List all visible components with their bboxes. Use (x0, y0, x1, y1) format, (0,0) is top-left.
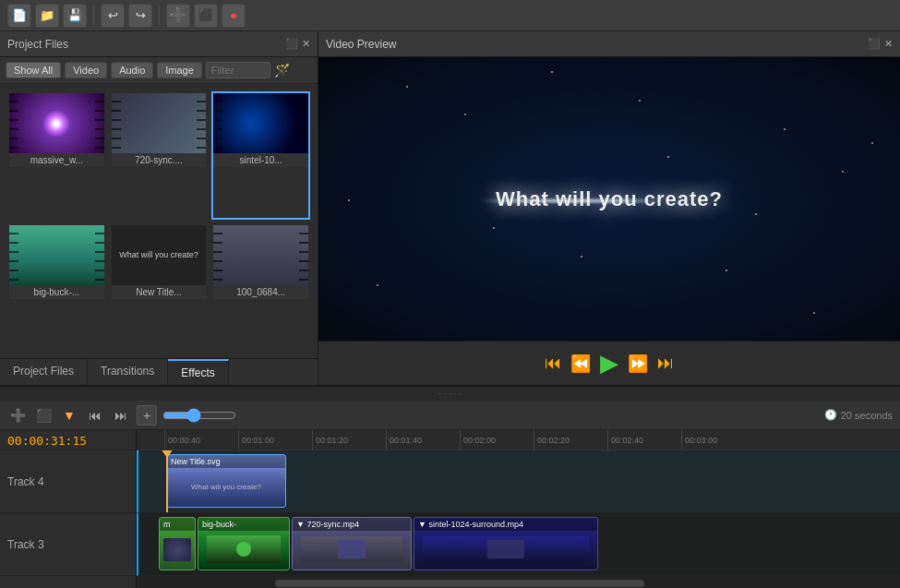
undo-button[interactable]: ↩ (101, 4, 125, 28)
close-preview-button[interactable]: ✕ (884, 38, 893, 50)
media-item-720sync[interactable]: 720-sync.... (110, 91, 209, 220)
clip-bigbuck[interactable]: big-buck- (198, 517, 290, 570)
ruler-mark-0300: 00:03:00 (681, 430, 755, 450)
clip-label-newtitle: New Title.svg (167, 455, 285, 468)
media-thumb-sintel (213, 93, 308, 153)
clip-m[interactable]: m (159, 517, 196, 570)
clip-720sync[interactable]: ▼ 720-sync.mp4 (292, 517, 412, 570)
save-button[interactable]: 💾 (63, 4, 87, 28)
filter-input[interactable] (206, 62, 270, 78)
bottom-tabs: Project Files Transitions Effects (0, 358, 318, 385)
add-track-button[interactable]: ➕ (7, 405, 28, 426)
play-button[interactable]: ▶ (600, 349, 618, 378)
track-content[interactable]: 00:00:40 00:01:00 00:01:20 00:01:40 00:0… (137, 430, 900, 588)
star (639, 100, 641, 102)
current-timecode: 00:00:31:15 (7, 434, 87, 448)
project-files-title: Project Files (7, 38, 68, 51)
clear-filter-button[interactable]: 🪄 (274, 63, 290, 78)
timeline-scrollbar-track (137, 576, 900, 588)
tab-transitions[interactable]: Transitions (88, 359, 168, 385)
ruler-mark-0120: 00:01:20 (312, 430, 386, 450)
media-thumb-720sync (112, 93, 207, 153)
ruler-offset (137, 430, 164, 450)
project-files-header: Project Files ⬛ ✕ (0, 31, 318, 57)
media-thumb-bigbuck (9, 225, 104, 285)
timeline-scrollbar-thumb[interactable] (275, 580, 644, 587)
star (348, 199, 350, 201)
close-panel-button[interactable]: ✕ (302, 38, 310, 50)
open-button[interactable]: 📁 (35, 4, 59, 28)
minimize-preview-button[interactable]: ⬛ (868, 38, 881, 50)
media-label-massive: massive_w... (9, 153, 104, 167)
clip-thumb-box-sintel (487, 540, 524, 558)
media-item-sintel[interactable]: sintel-10... (211, 91, 310, 220)
clip-thumb-box (338, 540, 366, 558)
star (581, 256, 582, 258)
media-label-720sync: 720-sync.... (112, 153, 207, 167)
media-item-massive[interactable]: massive_w... (7, 91, 106, 220)
media-thumb-100068 (213, 225, 308, 285)
image-filter-button[interactable]: Image (157, 62, 202, 78)
clip-visual-m (163, 538, 191, 561)
clock-icon: 🕐 (824, 409, 837, 421)
video-preview-text: What will you create? (496, 187, 723, 211)
track-4-row: New Title.svg What will you create? (137, 450, 900, 513)
timeline-skip-start-button[interactable]: ⏮ (85, 405, 105, 426)
ruler-mark-0040: 00:00:40 (164, 430, 238, 450)
star (406, 86, 408, 88)
audio-filter-button[interactable]: Audio (111, 62, 153, 78)
fast-forward-button[interactable]: ⏩ (628, 354, 648, 374)
timeline-ruler: 00:00:40 00:01:00 00:01:20 00:01:40 00:0… (137, 430, 900, 450)
clip-visual-bigbuck (207, 535, 281, 563)
media-item-100068[interactable]: 100_0684... (211, 223, 310, 352)
remove-track-button[interactable]: ⬛ (33, 405, 54, 426)
clip-newtitle[interactable]: New Title.svg What will you create? (166, 454, 286, 508)
timeline-resize-handle[interactable]: · · · · · (0, 387, 900, 401)
star (667, 156, 669, 158)
timeline-add-marker-button[interactable]: + (137, 405, 157, 426)
media-item-newtitle[interactable]: What will you create? New Title... (110, 223, 209, 352)
export-button[interactable]: ⬛ (194, 4, 218, 28)
video-filter-button[interactable]: Video (65, 62, 107, 78)
header-controls: ⬛ ✕ (285, 38, 310, 50)
star (551, 71, 553, 73)
tab-project-files[interactable]: Project Files (0, 359, 88, 385)
redo-button[interactable]: ↪ (128, 4, 152, 28)
star (726, 270, 727, 271)
star (464, 114, 466, 115)
clip-visual-720sync (301, 536, 402, 562)
ruler-mark-0220: 00:02:20 (534, 430, 607, 450)
tab-effects[interactable]: Effects (168, 359, 228, 385)
timeline-skip-end-button[interactable]: ⏭ (111, 405, 131, 426)
star (493, 227, 495, 229)
show-all-button[interactable]: Show All (6, 62, 61, 78)
skip-to-start-button[interactable]: ⏮ (545, 354, 561, 373)
skip-to-end-button[interactable]: ⏭ (657, 354, 674, 373)
toolbar: 📄 📁 💾 ↩ ↪ ➕ ⬛ ● (0, 0, 900, 31)
star (784, 128, 786, 130)
timeline-toolbar: ➕ ⬛ ▼ ⏮ ⏭ + 🕐 20 seconds (0, 401, 900, 430)
add-button[interactable]: ➕ (166, 4, 190, 28)
rewind-button[interactable]: ⏪ (570, 354, 591, 374)
star (755, 213, 757, 215)
record-button[interactable]: ● (222, 4, 246, 28)
zoom-slider[interactable] (162, 408, 236, 423)
timeline-area: · · · · · ➕ ⬛ ▼ ⏮ ⏭ + 🕐 20 seconds 00:00… (0, 385, 900, 588)
ruler-spacer: 00:00:31:15 (0, 430, 136, 450)
new-button[interactable]: 📄 (7, 4, 31, 28)
video-preview-area: What will you create? (318, 57, 900, 341)
minimize-panel-button[interactable]: ⬛ (285, 38, 298, 50)
media-item-bigbuck[interactable]: big-buck-... (7, 223, 106, 352)
clip-visual-sintel (423, 536, 589, 562)
ruler-mark-0240: 00:02:40 (607, 430, 681, 450)
video-preview-title: Video Preview (326, 38, 397, 51)
filter-timeline-button[interactable]: ▼ (59, 405, 79, 426)
star (377, 284, 378, 286)
clip-sintel[interactable]: ▼ sintel-1024-surround.mp4 (414, 517, 598, 570)
clip-thumb-bigbuck (198, 531, 289, 568)
video-header-controls: ⬛ ✕ (868, 38, 893, 50)
star (871, 142, 873, 144)
playback-controls: ⏮ ⏪ ▶ ⏩ ⏭ (318, 341, 900, 385)
time-display-value: 20 seconds (841, 410, 893, 421)
ruler-marks: 00:00:40 00:01:00 00:01:20 00:01:40 00:0… (164, 430, 755, 450)
